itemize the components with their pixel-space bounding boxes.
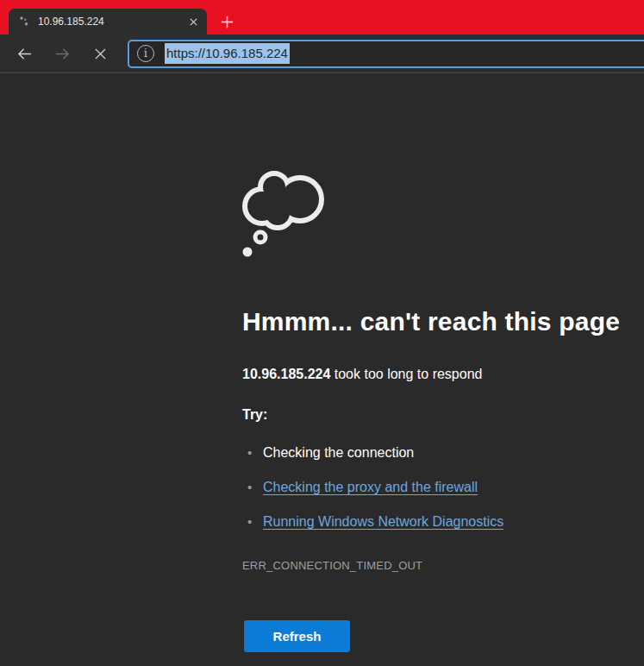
error-host: 10.96.185.224 [242, 367, 330, 381]
try-label: Try: [242, 406, 610, 424]
suggestion-item-connection: Checking the connection [242, 444, 610, 462]
navigation-toolbar: i https://10.96.185.224 [0, 35, 644, 73]
error-code: ERR_CONNECTION_TIMED_OUT [242, 559, 610, 572]
tab-title: 10.96.185.224 [38, 16, 184, 28]
error-subtitle-rest: took too long to respond [330, 367, 482, 381]
address-bar[interactable]: i https://10.96.185.224 [128, 40, 644, 68]
network-diagnostics-link[interactable]: Running Windows Network Diagnostics [263, 514, 503, 529]
error-page: Hmmm... can't reach this page 10.96.185.… [0, 73, 644, 666]
browser-window: 10.96.185.224 [0, 0, 644, 666]
browser-tab[interactable]: 10.96.185.224 [9, 9, 207, 35]
url-input[interactable]: https://10.96.185.224 [165, 43, 290, 64]
error-subtitle: 10.96.185.224 took too long to respond [242, 366, 610, 383]
thought-bubble-cloud-icon [240, 170, 326, 260]
suggestion-list: Checking the connection Checking the pro… [242, 444, 610, 531]
suggestion-item-proxy-firewall: Checking the proxy and the firewall [242, 479, 610, 496]
forward-icon[interactable] [47, 39, 78, 68]
refresh-button[interactable]: Refresh [244, 620, 350, 652]
new-tab-icon[interactable] [217, 12, 236, 31]
back-icon[interactable] [9, 39, 40, 68]
tab-bar: 10.96.185.224 [0, 0, 644, 35]
error-title: Hmmm... can't reach this page [242, 305, 610, 338]
site-info-icon[interactable]: i [137, 45, 154, 62]
tab-close-icon[interactable] [184, 13, 202, 30]
tab-loading-dots-icon [17, 15, 31, 28]
proxy-firewall-link[interactable]: Checking the proxy and the firewall [263, 480, 478, 494]
stop-icon[interactable] [84, 39, 116, 68]
suggestion-item-network-diagnostics: Running Windows Network Diagnostics [242, 513, 610, 531]
